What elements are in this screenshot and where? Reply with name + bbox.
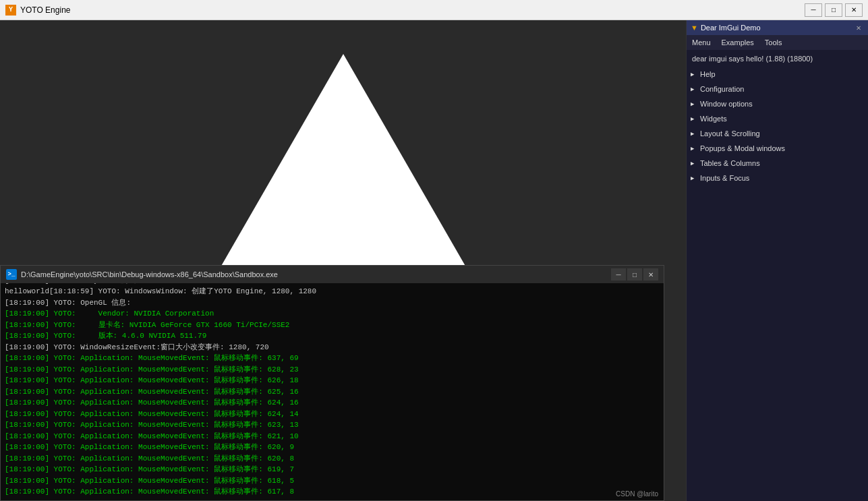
imgui-tree-item[interactable]: ▶Popups & Modal windows	[687, 141, 868, 156]
console-titlebar: >_ D:\GameEngine\yoto\SRC\bin\Debug-wind…	[1, 266, 664, 283]
console-line: [18:19:00] YOTO: OpenGL 信息:	[5, 297, 660, 309]
minimize-button[interactable]: ─	[805, 3, 822, 17]
imgui-title-text: ▼ Dear ImGui Demo	[691, 24, 761, 32]
console-line: [18:19:00] YOTO: Vendor: NVIDIA Corporat…	[5, 308, 660, 320]
console-title-left: >_ D:\GameEngine\yoto\SRC\bin\Debug-wind…	[6, 269, 278, 280]
console-content[interactable]: [18:18:59] YOTO: EntryPoint测试警告信息[18:18:…	[1, 283, 664, 500]
tree-item-label: Inputs & Focus	[700, 174, 749, 182]
tree-item-label: Popups & Modal windows	[700, 144, 785, 152]
maximize-button[interactable]: □	[825, 3, 842, 17]
console-line: [18:19:00] YOTO: Application: MouseMoved…	[5, 475, 660, 487]
tree-arrow-icon: ▶	[691, 175, 697, 182]
imgui-tree-item[interactable]: ▶Inputs & Focus	[687, 171, 868, 185]
console-line: [18:19:00] YOTO: Application: MouseMoved…	[5, 386, 660, 398]
app-title: YOTO Engine	[20, 5, 805, 15]
console-title-text: D:\GameEngine\yoto\SRC\bin\Debug-windows…	[21, 270, 278, 278]
imgui-tree-item[interactable]: ▶Window options	[687, 96, 868, 111]
triangle-visual	[215, 54, 471, 280]
tree-item-label: Layout & Scrolling	[700, 129, 760, 138]
console-line: [18:19:00] YOTO: Application: MouseMoved…	[5, 453, 660, 465]
viewport: >_ D:\GameEngine\yoto\SRC\bin\Debug-wind…	[0, 20, 686, 501]
imgui-tree-item[interactable]: ▶Help	[687, 67, 868, 82]
tree-arrow-icon: ▶	[691, 130, 697, 138]
console-close-button[interactable]: ✕	[643, 268, 658, 281]
main-titlebar: Y YOTO Engine ─ □ ✕	[0, 0, 868, 20]
imgui-title-label: Dear ImGui Demo	[701, 24, 761, 32]
tree-item-label: Tables & Columns	[700, 159, 760, 167]
imgui-tree: ▶Help▶Configuration▶Window options▶Widge…	[687, 67, 868, 185]
console-line: [18:19:00] YOTO: Application: MouseMoved…	[5, 397, 660, 409]
console-line: [18:19:00] YOTO: WindowResizeEvent:窗口大小改…	[5, 342, 660, 353]
console-line: [18:19:00] YOTO: Application: MouseMoved…	[5, 431, 660, 442]
console-line: [18:19:00] YOTO: 版本: 4.6.0 NVIDIA 511.79	[5, 330, 660, 342]
console-line: [18:19:00] YOTO: Application: MouseMoved…	[5, 464, 660, 475]
console-window: >_ D:\GameEngine\yoto\SRC\bin\Debug-wind…	[0, 265, 664, 501]
console-line: [18:19:00] YOTO: Application: MouseMoved…	[5, 486, 660, 498]
console-line: [18:19:00] YOTO: Application: MouseMoved…	[5, 364, 660, 376]
imgui-tree-item[interactable]: ▶Configuration	[687, 82, 868, 96]
imgui-titlebar: ▼ Dear ImGui Demo ✕	[687, 20, 868, 35]
imgui-title-arrow: ▼	[691, 24, 698, 32]
tree-arrow-icon: ▶	[691, 160, 697, 167]
console-line: [18:19:00] YOTO: Application: MouseMoved…	[5, 353, 660, 364]
tree-arrow-icon: ▶	[691, 71, 697, 78]
console-line: [18:19:00] YOTO: Application: MouseMoved…	[5, 409, 660, 420]
console-line: helloworld[18:18:59] YOTO: WindowsWindow…	[5, 286, 660, 297]
tree-arrow-icon: ▶	[691, 115, 697, 123]
imgui-tree-item[interactable]: ▶Tables & Columns	[687, 156, 868, 171]
tree-item-label: Help	[700, 70, 716, 78]
imgui-body: dear imgui says hello! (1.88) (18800) ▶H…	[687, 50, 868, 501]
console-minimize-button[interactable]: ─	[611, 268, 626, 281]
imgui-panel: ▼ Dear ImGui Demo ✕ MenuExamplesTools de…	[686, 20, 868, 501]
imgui-tree-item[interactable]: ▶Layout & Scrolling	[687, 126, 868, 141]
console-controls: ─ □ ✕	[611, 268, 658, 281]
content-area: >_ D:\GameEngine\yoto\SRC\bin\Debug-wind…	[0, 20, 868, 501]
tree-item-label: Window options	[700, 100, 753, 108]
imgui-menubar: MenuExamplesTools	[687, 35, 868, 50]
console-line: [18:19:00] YOTO: Application: MouseMoved…	[5, 442, 660, 453]
tree-item-label: Widgets	[700, 115, 727, 123]
imgui-menu-item[interactable]: Examples	[720, 38, 755, 47]
tree-arrow-icon: ▶	[691, 86, 697, 93]
console-line: [18:19:00] YOTO: 显卡名: NVIDIA GeForce GTX…	[5, 320, 660, 331]
close-button[interactable]: ✕	[845, 3, 863, 17]
tree-item-label: Configuration	[700, 85, 744, 93]
imgui-tree-item[interactable]: ▶Widgets	[687, 111, 868, 126]
window-controls: ─ □ ✕	[805, 3, 863, 17]
svg-marker-0	[215, 54, 471, 276]
imgui-close-button[interactable]: ✕	[853, 23, 864, 33]
console-line: [18:19:00] YOTO: Application: MouseMoved…	[5, 375, 660, 386]
console-footer: CSDN @larito	[616, 490, 658, 498]
tree-arrow-icon: ▶	[691, 100, 697, 108]
imgui-menu-item[interactable]: Menu	[691, 38, 712, 47]
imgui-menu-item[interactable]: Tools	[763, 38, 784, 47]
imgui-greeting: dear imgui says hello! (1.88) (18800)	[687, 53, 868, 67]
tree-arrow-icon: ▶	[691, 145, 697, 152]
console-maximize-button[interactable]: □	[627, 268, 642, 281]
app-icon: Y	[5, 5, 16, 16]
console-icon: >_	[6, 269, 17, 280]
console-line: [18:19:00] YOTO: Application: MouseMoved…	[5, 419, 660, 431]
